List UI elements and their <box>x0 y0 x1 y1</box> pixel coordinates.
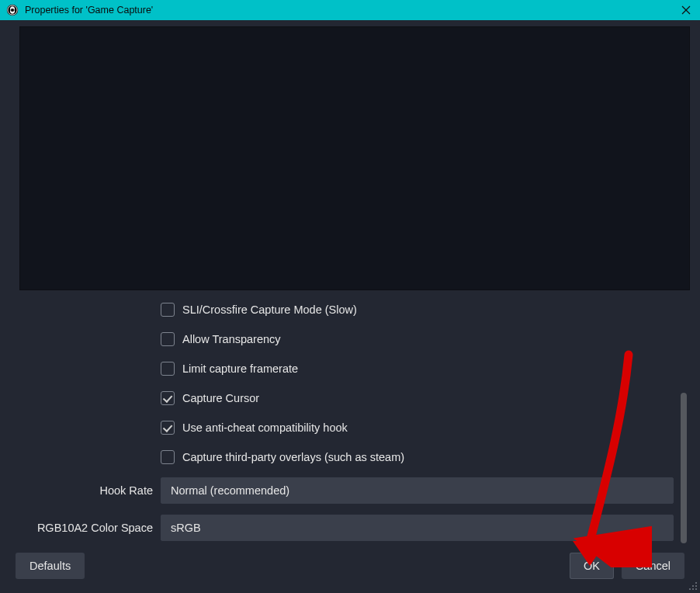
select-color-space-value: sRGB <box>171 522 201 534</box>
label-hook-rate: Hook Rate <box>0 484 161 497</box>
label-limitfps[interactable]: Limit capture framerate <box>182 362 298 375</box>
select-color-space[interactable]: sRGB <box>161 515 674 541</box>
window-title: Properties for 'Game Capture' <box>25 0 677 20</box>
option-transparency: Allow Transparency <box>0 324 674 354</box>
preview-area <box>19 26 690 290</box>
obs-icon <box>6 4 19 16</box>
checkbox-sli[interactable] <box>161 303 175 317</box>
dialog-body: SLI/Crossfire Capture Mode (Slow) Allow … <box>0 20 700 593</box>
option-anticheat: Use anti-cheat compatibility hook <box>0 413 674 442</box>
label-transparency[interactable]: Allow Transparency <box>182 333 281 345</box>
select-hook-rate-value: Normal (recommended) <box>171 484 289 497</box>
row-color-space: RGB10A2 Color Space sRGB <box>0 509 674 546</box>
ok-button[interactable]: OK <box>570 553 614 579</box>
checkbox-overlays[interactable] <box>161 450 175 464</box>
footer: Defaults OK Cancel <box>16 553 684 579</box>
label-color-space: RGB10A2 Color Space <box>0 522 161 534</box>
options-list: SLI/Crossfire Capture Mode (Slow) Allow … <box>0 295 674 546</box>
checkbox-limitfps[interactable] <box>161 362 175 376</box>
label-sli[interactable]: SLI/Crossfire Capture Mode (Slow) <box>182 303 357 316</box>
option-limitfps: Limit capture framerate <box>0 354 674 383</box>
checkbox-anticheat[interactable] <box>161 421 175 435</box>
label-cursor[interactable]: Capture Cursor <box>182 392 259 404</box>
defaults-button[interactable]: Defaults <box>16 553 85 579</box>
label-overlays[interactable]: Capture third-party overlays (such as st… <box>182 451 404 463</box>
resize-grip[interactable] <box>686 579 697 590</box>
titlebar: Properties for 'Game Capture' <box>0 0 700 20</box>
select-hook-rate[interactable]: Normal (recommended) <box>161 477 674 504</box>
option-overlays: Capture third-party overlays (such as st… <box>0 442 674 472</box>
checkbox-cursor[interactable] <box>161 391 175 405</box>
close-icon <box>681 5 691 16</box>
option-sli: SLI/Crossfire Capture Mode (Slow) <box>0 295 674 324</box>
option-cursor: Capture Cursor <box>0 383 674 413</box>
checkbox-transparency[interactable] <box>161 332 175 346</box>
row-hook-rate: Hook Rate Normal (recommended) <box>0 472 674 509</box>
close-button[interactable] <box>677 1 695 19</box>
svg-point-2 <box>11 9 14 12</box>
cancel-button[interactable]: Cancel <box>622 553 684 579</box>
label-anticheat[interactable]: Use anti-cheat compatibility hook <box>182 421 348 434</box>
scrollbar[interactable] <box>681 393 687 543</box>
